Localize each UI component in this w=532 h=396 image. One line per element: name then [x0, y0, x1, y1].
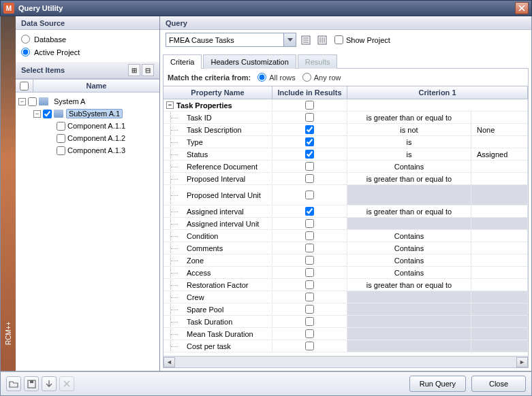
- criterion-cell[interactable]: Contains: [347, 161, 471, 172]
- tree-checkbox[interactable]: [57, 146, 65, 155]
- grid-row[interactable]: Condition Contains: [163, 230, 528, 242]
- include-checkbox[interactable]: [305, 150, 314, 159]
- tree-checkbox[interactable]: [57, 122, 65, 131]
- criterion-value-cell[interactable]: [471, 279, 528, 291]
- criterion-value-cell[interactable]: None: [471, 124, 528, 135]
- include-checkbox[interactable]: [305, 137, 314, 146]
- tree-node-system[interactable]: − System A: [18, 95, 157, 108]
- collapse-all-icon[interactable]: ⊟: [142, 64, 154, 76]
- save-icon[interactable]: [24, 376, 39, 391]
- run-query-button[interactable]: Run Query: [409, 376, 466, 392]
- export-icon[interactable]: [42, 376, 57, 391]
- grid-row[interactable]: Assigned interval is greater than or equ…: [163, 205, 528, 218]
- tree-node-component[interactable]: Component A.1.2: [18, 132, 157, 144]
- grid-row[interactable]: Task ID is greater than or equal to: [163, 112, 528, 124]
- include-checkbox[interactable]: [305, 162, 314, 171]
- criterion-cell[interactable]: Contains: [347, 230, 471, 242]
- query-type-dropdown[interactable]: FMEA Cause Tasks: [166, 33, 296, 47]
- reset-icon[interactable]: [59, 376, 74, 391]
- include-checkbox[interactable]: [305, 113, 314, 122]
- include-checkbox[interactable]: [305, 305, 314, 314]
- expand-all-icon[interactable]: ⊞: [128, 64, 140, 76]
- collapse-icon[interactable]: −: [166, 101, 174, 109]
- tree-checkbox[interactable]: [57, 134, 65, 143]
- criterion-cell[interactable]: is not: [347, 124, 471, 135]
- grid-row[interactable]: Comments Contains: [163, 242, 528, 254]
- include-checkbox[interactable]: [305, 174, 314, 183]
- criterion-cell[interactable]: [347, 291, 471, 303]
- grid-row[interactable]: Crew: [163, 291, 528, 303]
- include-checkbox[interactable]: [305, 342, 314, 350]
- include-checkbox[interactable]: [305, 101, 314, 110]
- grid-row[interactable]: Access Contains: [163, 267, 528, 279]
- criterion-value-cell[interactable]: [471, 205, 528, 217]
- criterion-cell[interactable]: is: [347, 148, 471, 160]
- include-checkbox[interactable]: [305, 329, 314, 338]
- include-checkbox[interactable]: [305, 244, 314, 252]
- criterion-value-cell[interactable]: [471, 254, 528, 266]
- criterion-value-cell[interactable]: [471, 316, 528, 327]
- grid-row[interactable]: Task Duration: [163, 316, 528, 328]
- grid-row[interactable]: Zone Contains: [163, 254, 528, 267]
- select-all-checkbox[interactable]: [16, 80, 33, 92]
- criterion-value-cell[interactable]: [471, 218, 528, 229]
- criterion-cell[interactable]: is greater than or equal to: [347, 205, 471, 217]
- criterion-value-cell[interactable]: [471, 161, 528, 172]
- grid-row[interactable]: Cost per task: [163, 340, 528, 352]
- tree-node-subsystem[interactable]: − SubSystem A.1: [18, 108, 157, 120]
- include-checkbox[interactable]: [305, 219, 314, 228]
- grid-row[interactable]: Proposed Interval Unit: [163, 185, 528, 205]
- criterion-value-cell[interactable]: [471, 112, 528, 123]
- any-row-radio[interactable]: Any row: [302, 73, 341, 82]
- criterion-cell[interactable]: is greater than or equal to: [347, 279, 471, 291]
- close-window-button[interactable]: [515, 2, 529, 14]
- criterion-cell[interactable]: is greater than or equal to: [347, 173, 471, 184]
- criterion-cell[interactable]: Contains: [347, 242, 471, 254]
- active-project-radio[interactable]: Active Project: [21, 46, 154, 59]
- query-tool-icon-1[interactable]: [299, 33, 313, 47]
- tab-criteria[interactable]: Criteria: [163, 54, 202, 69]
- collapse-icon[interactable]: −: [33, 110, 41, 118]
- criterion-cell[interactable]: Contains: [347, 254, 471, 266]
- criterion-value-cell[interactable]: [471, 136, 528, 148]
- include-checkbox[interactable]: [305, 256, 314, 265]
- include-checkbox[interactable]: [305, 293, 314, 301]
- criterion-cell[interactable]: [347, 218, 471, 229]
- grid-row[interactable]: Assigned interval Unit: [163, 218, 528, 230]
- include-checkbox[interactable]: [305, 207, 314, 216]
- scroll-right-icon[interactable]: ►: [516, 357, 528, 367]
- show-project-checkbox[interactable]: Show Project: [334, 35, 390, 44]
- criterion-cell[interactable]: [347, 303, 471, 315]
- include-checkbox[interactable]: [305, 125, 314, 134]
- criterion-cell[interactable]: [347, 340, 471, 352]
- grid-row[interactable]: Reference Document Contains: [163, 161, 528, 173]
- include-checkbox[interactable]: [305, 280, 314, 289]
- tab-headers[interactable]: Headers Customization: [203, 54, 296, 69]
- horizontal-scrollbar[interactable]: ◄ ►: [163, 356, 528, 367]
- grid-row[interactable]: Task Description is not None: [163, 124, 528, 136]
- criterion-cell[interactable]: is greater than or equal to: [347, 112, 471, 123]
- criterion-value-cell[interactable]: [471, 173, 528, 184]
- criterion-value-cell[interactable]: Assigned: [471, 148, 528, 160]
- grid-row[interactable]: Type is: [163, 136, 528, 148]
- scroll-left-icon[interactable]: ◄: [163, 357, 175, 367]
- tree-node-component[interactable]: Component A.1.1: [18, 120, 157, 132]
- tree-checkbox[interactable]: [28, 97, 37, 106]
- tree-node-component[interactable]: Component A.1.3: [18, 144, 157, 156]
- query-tool-icon-2[interactable]: [315, 33, 329, 47]
- grid-section-row[interactable]: −Task Properties: [163, 99, 528, 112]
- criterion-value-cell[interactable]: [471, 303, 528, 315]
- tree-checkbox[interactable]: [43, 110, 52, 118]
- close-button[interactable]: Close: [471, 376, 526, 392]
- grid-row[interactable]: Spare Pool: [163, 303, 528, 316]
- criterion-cell[interactable]: [347, 185, 471, 205]
- collapse-icon[interactable]: −: [18, 98, 26, 105]
- all-rows-radio[interactable]: All rows: [257, 73, 296, 82]
- grid-row[interactable]: Mean Task Duration: [163, 328, 528, 340]
- criterion-value-cell[interactable]: [471, 291, 528, 303]
- criterion-value-cell[interactable]: [471, 267, 528, 278]
- chevron-down-icon[interactable]: [283, 33, 296, 46]
- include-checkbox[interactable]: [305, 191, 314, 199]
- criterion-value-cell[interactable]: [471, 328, 528, 340]
- criterion-cell[interactable]: is: [347, 136, 471, 148]
